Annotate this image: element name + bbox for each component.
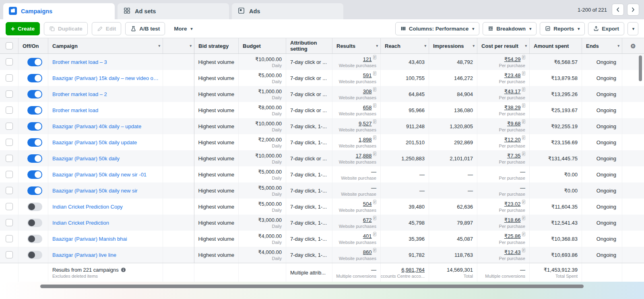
campaign-toggle[interactable] — [27, 106, 42, 115]
prev-page-button[interactable] — [612, 4, 624, 16]
header-reach[interactable]: Reach▾ — [381, 38, 429, 53]
header-ends[interactable]: Ends▾ — [582, 38, 622, 53]
campaign-link[interactable]: Baazigar (Parivaar) 40k daily – update — [52, 123, 159, 129]
cost-value[interactable]: ₹9.68 — [507, 121, 521, 127]
header-bid-strategy[interactable]: Bid strategy — [194, 38, 239, 53]
results-value[interactable]: 860 — [363, 249, 372, 255]
header-budget[interactable]: Budget — [239, 38, 286, 53]
campaign-toggle[interactable] — [27, 138, 42, 147]
campaign-toggle[interactable] — [27, 251, 42, 259]
campaign-link[interactable]: Brother market load — [52, 107, 159, 113]
export-menu-button[interactable]: ▾ — [627, 22, 638, 35]
edit-button[interactable]: Edit — [92, 22, 122, 35]
campaign-toggle[interactable] — [27, 90, 42, 98]
cost-value[interactable]: ₹12.20 — [504, 137, 521, 143]
info-icon[interactable] — [121, 267, 126, 272]
campaign-toggle[interactable] — [27, 219, 42, 227]
results-value[interactable]: — — [371, 169, 376, 175]
results-value[interactable]: 9,527 — [359, 121, 372, 127]
row-checkbox[interactable] — [6, 187, 13, 194]
cost-cell: ₹23.022 Per purchase — [477, 199, 530, 215]
ab-test-button[interactable]: A/B test — [125, 22, 165, 35]
header-campaign[interactable]: Campaign▾ — [48, 38, 163, 53]
vertical-scrollbar[interactable] — [639, 55, 642, 81]
cost-value[interactable]: ₹18.66 — [504, 217, 521, 223]
results-value[interactable]: 401 — [363, 233, 372, 239]
header-settings[interactable]: ⚙ — [622, 38, 644, 53]
create-button[interactable]: + Create — [6, 22, 40, 35]
export-button[interactable]: Export — [588, 22, 624, 35]
campaign-link[interactable]: Baazigar (Parivaar) 50k daily new sir — [52, 188, 159, 194]
cost-value[interactable]: ₹12.43 — [504, 249, 521, 255]
results-value[interactable]: 1,898 — [359, 137, 372, 143]
campaign-toggle[interactable] — [27, 235, 42, 243]
duplicate-button[interactable]: Duplicate — [44, 22, 88, 35]
row-checkbox[interactable] — [6, 171, 13, 178]
reports-button[interactable]: Reports▾ — [540, 22, 585, 35]
header-cost-per-result[interactable]: Cost per result▾ — [477, 38, 530, 53]
amount-spent-value: ₹13,295.26 — [551, 91, 578, 97]
row-checkbox[interactable] — [6, 155, 13, 162]
columns-button[interactable]: Columns: Performance▾ — [395, 22, 480, 35]
results-value[interactable]: 658 — [363, 104, 372, 111]
row-checkbox[interactable] — [6, 203, 13, 210]
row-checkbox[interactable] — [6, 90, 13, 98]
breakdown-button[interactable]: Breakdown▾ — [483, 22, 537, 35]
campaign-link[interactable]: Baazigar (Parivaar) Manish bhai — [52, 236, 159, 242]
horizontal-scrollbar[interactable] — [40, 285, 584, 288]
reach-value: 35,396 — [409, 236, 425, 242]
header-amount-spent[interactable]: Amount spent — [530, 38, 582, 53]
row-checkbox[interactable] — [6, 235, 13, 242]
campaign-toggle[interactable] — [27, 170, 42, 179]
cost-value[interactable]: ₹23.48 — [504, 72, 521, 78]
reach-cell: 43,403 — [381, 54, 429, 70]
results-value[interactable]: 121 — [363, 56, 372, 62]
campaign-toggle[interactable] — [27, 186, 42, 195]
campaign-link[interactable]: Baazigar (Parivaar) 15k daily – new vide… — [52, 75, 159, 81]
campaign-link[interactable]: Brother market load – 2 — [52, 91, 159, 97]
cost-value[interactable]: — — [520, 185, 525, 191]
row-checkbox[interactable] — [6, 74, 13, 82]
campaign-toggle[interactable] — [27, 74, 42, 82]
campaign-link[interactable]: Indian Cricket Prediction Copy — [52, 204, 159, 210]
header-impressions[interactable]: Impressions▾ — [429, 38, 477, 53]
row-checkbox[interactable] — [6, 123, 13, 130]
results-value[interactable]: 504 — [363, 201, 372, 207]
results-value[interactable]: 672 — [363, 217, 372, 223]
cost-value[interactable]: ₹38.29 — [504, 104, 521, 111]
row-checkbox[interactable] — [6, 219, 13, 226]
header-attribution[interactable]: Attribution setting — [286, 38, 332, 53]
header-filter[interactable]: ▾ — [163, 38, 194, 53]
tab-ad-sets[interactable]: Ad sets — [118, 3, 229, 19]
campaign-link[interactable]: Brother market load – 3 — [52, 59, 159, 65]
campaign-link[interactable]: Baazigar (Parivaar) 50k daily — [52, 156, 159, 162]
cost-value[interactable]: ₹43.17 — [504, 88, 521, 94]
header-results[interactable]: Results▾ — [332, 38, 381, 53]
row-checkbox[interactable] — [6, 139, 13, 146]
campaign-link[interactable]: Indian Cricket Prediction — [52, 220, 159, 226]
next-page-button[interactable] — [627, 4, 639, 16]
more-button[interactable]: More▾ — [169, 22, 197, 35]
cost-value[interactable]: — — [520, 169, 525, 175]
campaign-link[interactable]: Baazigar (Parivaar) 50k daily update — [52, 139, 159, 145]
results-value[interactable]: 17,888 — [356, 153, 372, 159]
cost-value[interactable]: ₹23.02 — [504, 201, 521, 207]
campaign-toggle[interactable] — [27, 154, 42, 163]
tab-campaigns[interactable]: Campaigns — [3, 3, 115, 19]
select-all-checkbox[interactable] — [6, 42, 13, 49]
campaign-toggle[interactable] — [27, 122, 42, 131]
row-checkbox[interactable] — [6, 106, 13, 114]
campaign-link[interactable]: Baazigar (Parivaar) 50k daily new sir -0… — [52, 172, 159, 178]
campaign-link[interactable]: Baazigar (Parivaar) live line — [52, 252, 159, 258]
campaign-toggle[interactable] — [27, 203, 42, 211]
results-value[interactable]: 591 — [363, 72, 372, 78]
cost-value[interactable]: ₹25.86 — [504, 233, 521, 239]
cost-value[interactable]: ₹7.35 — [507, 153, 521, 159]
tab-ads[interactable]: Ads — [232, 3, 343, 19]
row-checkbox[interactable] — [6, 251, 13, 258]
campaign-toggle[interactable] — [27, 58, 42, 66]
row-checkbox[interactable] — [6, 58, 13, 66]
results-value[interactable]: 308 — [363, 88, 372, 94]
cost-value[interactable]: ₹54.29 — [504, 56, 521, 62]
results-value[interactable]: — — [371, 185, 376, 191]
